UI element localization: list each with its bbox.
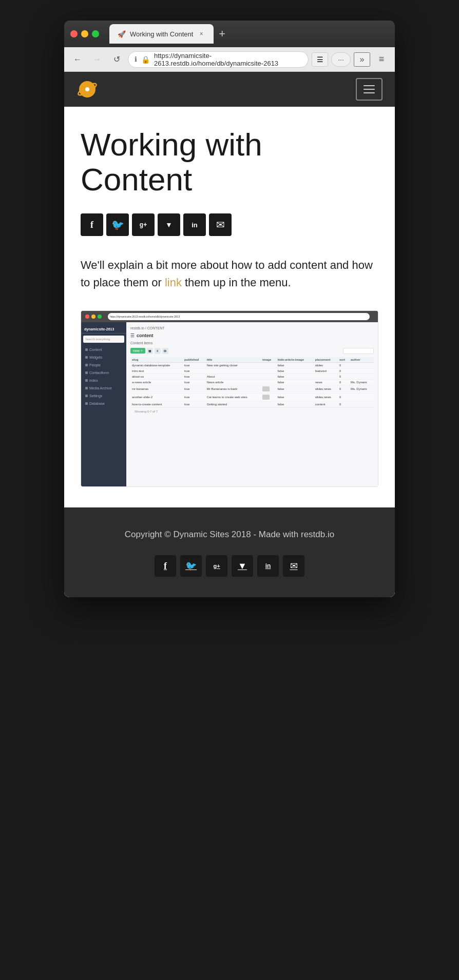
forward-button[interactable]: → [89,51,105,68]
mock-content-title: content [137,333,154,338]
mock-nav-media[interactable]: Media Archive [81,384,126,392]
col-slug: slug [130,357,183,363]
mock-nav-widgets[interactable]: Widgets [81,354,126,361]
info-icon: ℹ [135,55,137,63]
nav-bar: ← → ↺ ℹ 🔒 https://dynamicsite-2613.restd… [64,47,395,72]
title-bar: 🚀 Working with Content × + [64,21,395,47]
footer-pocket-button[interactable]: ▼ [232,555,253,577]
share-twitter-button[interactable]: 🐦 [106,213,129,236]
mock-content-area: dynamicsite-2613 Search everything Conte… [81,322,378,486]
tab-area: 🚀 Working with Content × + [109,24,389,44]
mock-view-btn-1[interactable]: ▦ [147,348,153,354]
browser-window: 🚀 Working with Content × + ← → ↺ ℹ 🔒 htt… [64,21,395,597]
share-pocket-button[interactable]: ▼ [158,213,180,236]
minimize-button[interactable] [81,30,88,37]
social-share-bar: f 🐦 g+ ▼ in ✉ [81,213,378,236]
footer-facebook-button[interactable]: f [155,555,176,577]
col-sort: sort [338,357,349,363]
table-row[interactable]: a-news-article true News article false n… [130,379,374,385]
back-button[interactable]: ← [69,51,86,68]
hamburger-line-1 [364,85,375,86]
mock-search-input: Search everything [83,336,124,343]
table-row[interactable]: mr-bananas true Mr Banananas is back fal… [130,385,374,393]
restdb-screenshot-image: https://dynamicsite-2613.restdb.io/home/… [81,310,378,487]
hamburger-line-3 [364,92,375,93]
intro-text: We'll explain a bit more about how to ad… [81,257,378,291]
new-tab-button[interactable]: + [214,27,231,41]
mock-nav-contactform[interactable]: Contactform [81,369,126,377]
footer-google-button[interactable]: g+ [206,555,227,577]
mock-site-name: dynamicsite-2613 [81,325,126,334]
footer-email-button[interactable]: ✉ [283,555,304,577]
address-bar[interactable]: ℹ 🔒 https://dynamicsite-2613.restdb.io/h… [128,51,309,68]
mock-content-items-label: Content items [130,341,374,345]
address-text: https://dynamicsite-2613.restdb.io/home/… [154,52,302,67]
mock-minimize [91,315,95,319]
active-tab[interactable]: 🚀 Working with Content × [109,24,214,44]
mock-sidebar: dynamicsite-2613 Search everything Conte… [81,322,126,486]
mock-nav-settings[interactable]: Settings [81,392,126,400]
mock-browser-chrome: https://dynamicsite-2613.restdb.io/home/… [81,311,378,322]
mock-maximize [98,315,102,319]
traffic-lights [70,30,99,37]
mock-nav-database[interactable]: Database [81,400,126,407]
footer-copyright: Copyright © Dynamic Sites 2018 - Made wi… [76,528,382,541]
col-placement: placement [314,357,338,363]
table-row[interactable]: another-slide-2 true Cat learns to creat… [130,393,374,401]
mock-content-table: slug published title image hide-article-… [130,357,374,407]
extensions-button[interactable]: » [354,52,370,67]
mock-browser-bar: https://dynamicsite-2613.restdb.io/home/… [81,311,378,322]
mock-close [85,315,89,319]
footer-linkedin-button[interactable]: in [257,555,279,577]
share-facebook-button[interactable]: f [81,213,103,236]
tab-title: Working with Content [130,30,193,38]
page-title: Working with Content [81,127,378,197]
maximize-button[interactable] [92,30,99,37]
mock-url: https://dynamicsite-2613.restdb.io/home/… [110,315,180,318]
mock-main-area: restdb.io / CONTENT ☰ content Content it… [126,322,378,486]
mock-new-button[interactable]: new + [130,348,145,354]
table-row[interactable]: about-us true About false 0 [130,374,374,379]
share-google-button[interactable]: g+ [132,213,155,236]
col-image: image [261,357,276,363]
mock-filter-input[interactable] [343,348,374,354]
tab-close-button[interactable]: × [197,30,205,38]
col-hide-article: hide-article-image [276,357,314,363]
table-row[interactable]: dynamic-database-template true New site … [130,362,374,368]
reader-view-button[interactable]: ☰ [312,52,328,67]
mock-nav-content[interactable]: Content [81,346,126,354]
restdb-screenshot: https://dynamicsite-2613.restdb.io/home/… [81,310,378,487]
mock-nav-index[interactable]: index [81,377,126,384]
site-logo[interactable] [76,79,98,100]
mock-view-btn-2[interactable]: ≡ [155,348,161,354]
link-menu[interactable]: link [165,276,182,289]
site-menu-button[interactable] [356,78,382,101]
tab-favicon: 🚀 [118,30,126,38]
close-button[interactable] [70,30,78,37]
mock-toolbar: new + ▦ ≡ ⊞ [130,348,374,354]
menu-button[interactable]: ≡ [373,51,390,68]
svg-point-2 [85,87,89,91]
mock-nav-people[interactable]: People [81,361,126,369]
col-published: published [183,357,205,363]
footer-twitter-button[interactable]: 🐦 [180,555,202,577]
col-title: title [205,357,261,363]
website-content: Working with Content f 🐦 g+ ▼ in [64,72,395,597]
mock-showing-label: Showing 0-7 of 7 [130,407,374,415]
main-content: Working with Content f 🐦 g+ ▼ in [64,107,395,507]
table-row[interactable]: intro-text true false featured 0 [130,368,374,374]
site-footer: Copyright © Dynamic Sites 2018 - Made wi… [64,507,395,598]
mock-content-header: ☰ content [130,333,374,338]
mock-breadcrumb: restdb.io / CONTENT [130,326,374,330]
footer-social-icons: f 🐦 g+ ▼ in ✉ [76,555,382,577]
table-row[interactable]: how-to-create-content true Getting start… [130,401,374,407]
reload-button[interactable]: ↺ [108,51,125,68]
hamburger-line-2 [364,89,375,90]
col-author: author [349,357,374,363]
logo-icon [76,79,98,100]
share-linkedin-button[interactable]: in [183,213,206,236]
share-email-button[interactable]: ✉ [209,213,232,236]
site-header [64,72,395,107]
mock-view-btn-3[interactable]: ⊞ [162,348,168,354]
more-options-button[interactable]: ··· [331,52,351,67]
